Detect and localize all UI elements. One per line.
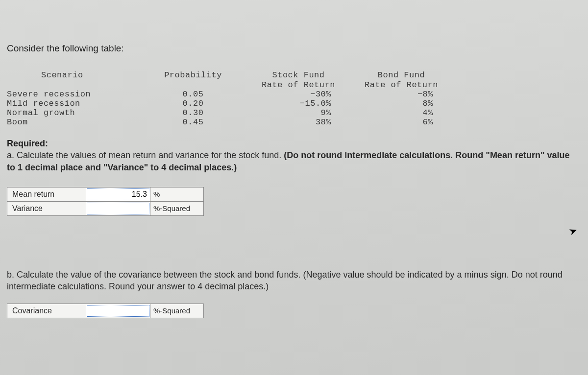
table-row: Mild recession — [7, 99, 144, 108]
mean-return-input[interactable] — [86, 188, 150, 201]
table-row: Mean return % — [7, 187, 204, 201]
table-cell-bond: 4% — [355, 108, 448, 117]
variance-unit: %-Squared — [150, 201, 204, 215]
required-label: Required: — [7, 139, 48, 148]
variance-label: Variance — [7, 201, 86, 215]
part-b-block: b. Calculate the value of the covariance… — [7, 269, 581, 293]
covariance-label: Covariance — [7, 304, 86, 318]
part-b-text: Calculate the value of the covariance be… — [17, 270, 303, 280]
col-header-probability: Probability — [144, 70, 242, 90]
table-cell-bond: 6% — [355, 117, 448, 127]
table-cell-probability: 0.05 — [144, 90, 242, 99]
variance-input[interactable] — [86, 202, 150, 215]
cursor-icon: ➤ — [567, 224, 579, 238]
table-cell-bond: −8% — [355, 90, 448, 99]
table-cell-probability: 0.45 — [144, 117, 242, 127]
mean-return-label: Mean return — [7, 187, 86, 201]
part-a-prefix: a. — [7, 150, 17, 160]
col-header-stock: Stock Fund Rate of Return — [242, 70, 355, 90]
answers-a-table: Mean return % Variance %-Squared — [7, 187, 204, 216]
intro-text: Consider the following table: — [7, 43, 581, 54]
table-cell-stock: 9% — [242, 108, 355, 117]
table-cell-stock: −30% — [242, 90, 355, 99]
answers-b-table: Covariance %-Squared — [7, 304, 204, 318]
part-a-text: Calculate the values of mean return and … — [17, 150, 284, 160]
col-header-bond: Bond Fund Rate of Return — [355, 70, 448, 90]
table-row: Severe recession — [7, 90, 144, 99]
table-row: Normal growth — [7, 108, 144, 117]
table-row: Variance %-Squared — [7, 201, 204, 215]
table-cell-bond: 8% — [355, 99, 448, 108]
scenario-table: Scenario Probability Stock Fund Rate of … — [7, 70, 581, 127]
table-cell-stock: 38% — [242, 117, 355, 127]
covariance-unit: %-Squared — [150, 304, 204, 318]
table-row: Boom — [7, 117, 144, 127]
table-row: Covariance %-Squared — [7, 304, 204, 318]
mean-return-unit: % — [150, 187, 204, 201]
col-header-scenario: Scenario — [7, 70, 144, 90]
required-block: Required: a. Calculate the values of mea… — [7, 138, 580, 173]
covariance-input[interactable] — [86, 305, 150, 317]
part-b-prefix: b. — [7, 270, 17, 280]
table-cell-stock: −15.0% — [242, 99, 355, 108]
table-cell-probability: 0.20 — [144, 99, 242, 108]
table-cell-probability: 0.30 — [144, 108, 242, 117]
